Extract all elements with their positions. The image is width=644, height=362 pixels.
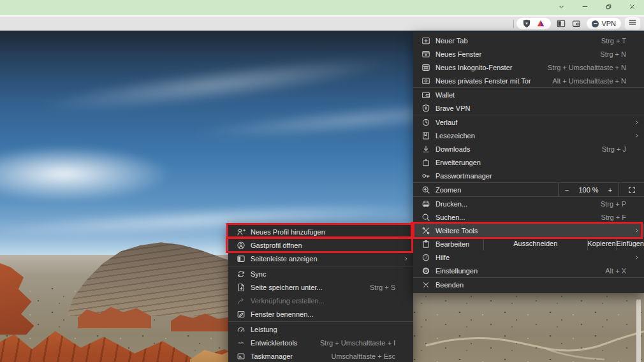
history-icon	[421, 118, 430, 127]
chevron-down-icon	[557, 2, 566, 13]
mesa-mountain	[67, 241, 230, 316]
menu-item-zoom[interactable]: Zoomen−100 %+	[413, 183, 644, 196]
zoom-out-button[interactable]: −	[559, 186, 575, 194]
submenu-arrow-icon	[634, 228, 640, 234]
menu-item-label: Wallet	[435, 91, 455, 99]
menu-item-rename[interactable]: Fenster benennen...	[228, 307, 413, 321]
maximize-button[interactable]	[597, 0, 620, 15]
close-icon	[628, 2, 636, 13]
menu-item-wallet[interactable]: Wallet	[413, 88, 644, 101]
menu-item-label: Fenster benennen...	[251, 310, 313, 318]
exit-icon	[421, 280, 430, 289]
menu-item-label: Drucken...	[435, 200, 467, 208]
extensions-icon	[421, 158, 430, 167]
minimize-icon	[581, 2, 589, 13]
menu-item-clipboard[interactable]: BearbeitenAusschneidenKopierenEinfügen	[413, 237, 644, 250]
scrollbar-strip	[636, 300, 641, 362]
menu-item-label: Passwortmanager	[435, 172, 492, 180]
edit-action-cut[interactable]: Ausschneiden	[483, 237, 587, 250]
menu-item-printer[interactable]: Drucken...Strg + P	[413, 197, 644, 210]
edit-action-paste[interactable]: Einfügen	[616, 237, 644, 250]
menu-item-vpn[interactable]: Brave VPN	[413, 101, 644, 115]
menu-item-new-tab[interactable]: Neuer TabStrg + T	[413, 34, 644, 47]
tools-icon	[421, 226, 430, 235]
menu-item-shortcut: Strg + S	[370, 284, 413, 291]
menu-item-label: Sync	[251, 270, 266, 278]
menu-item-label: Downloads	[435, 145, 470, 153]
menu-item-new-window[interactable]: Neues FensterStrg + N	[413, 47, 644, 61]
close-button[interactable]	[620, 0, 644, 15]
menu-item-sidebar[interactable]: Seitenleiste anzeigen	[228, 252, 413, 265]
submenu-arrow-icon	[634, 133, 640, 139]
menu-button[interactable]	[625, 17, 640, 30]
menu-item-label: Einstellungen	[435, 267, 478, 275]
menu-item-label: Entwicklertools	[251, 339, 297, 347]
submenu-arrow-icon	[634, 254, 640, 261]
menu-item-shortcut: Umschalttaste + Esc	[331, 352, 413, 360]
brave-rewards-icon[interactable]	[536, 18, 546, 29]
zoom-icon	[421, 185, 430, 194]
settings-icon	[421, 266, 430, 275]
menu-item-shortcut: Strg + J	[602, 145, 644, 153]
menu-item-label: Verlauf	[435, 119, 457, 126]
rename-icon	[237, 310, 245, 319]
tab-search-button[interactable]	[550, 0, 573, 15]
menu-item-label: Neues Fenster	[435, 50, 481, 58]
menu-item-shortcut: Strg + T	[601, 37, 644, 45]
guest-profile-icon	[237, 241, 245, 250]
menu-item-key[interactable]: Passwortmanager	[413, 169, 644, 182]
menu-item-incognito[interactable]: Neues Inkognito-FensterStrg + Umschaltta…	[413, 61, 644, 74]
menu-item-shortcut: Alt + X	[605, 267, 644, 275]
menu-item-bookmarks[interactable]: Lesezeichen	[413, 129, 644, 142]
new-window-icon	[421, 50, 430, 59]
menu-item-guest-profile[interactable]: Gastprofil öffnen	[228, 238, 413, 252]
key-icon	[421, 171, 430, 180]
menu-item-settings[interactable]: EinstellungenAlt + X	[413, 264, 644, 277]
menu-item-extensions[interactable]: Erweiterungen	[413, 156, 644, 169]
browser-main-menu: Neuer TabStrg + TNeues FensterStrg + NNe…	[413, 32, 644, 293]
menu-item-taskmanager[interactable]: TaskmanagerUmschalttaste + Esc	[228, 349, 413, 362]
fullscreen-button[interactable]	[619, 186, 644, 194]
menu-item-search[interactable]: Suchen...Strg + F	[413, 210, 644, 224]
menu-item-label: Hilfe	[435, 254, 450, 261]
minimize-button[interactable]	[573, 0, 597, 15]
menu-item-exit[interactable]: Beenden	[413, 278, 644, 291]
submenu-arrow-icon	[634, 119, 640, 126]
new-tab-icon	[421, 36, 430, 45]
menu-item-label: Verknüpfung erstellen...	[251, 297, 325, 305]
brave-shields-icon[interactable]	[522, 18, 532, 29]
menu-item-help[interactable]: Hilfe	[413, 250, 644, 264]
menu-item-label: Neuer Tab	[435, 37, 468, 45]
menu-item-devtools[interactable]: EntwicklertoolsStrg + Umschalttaste + I	[228, 336, 413, 349]
toolbar: VPN	[0, 15, 644, 31]
vpn-button[interactable]: VPN	[587, 18, 621, 29]
menu-item-save-page[interactable]: Seite speichern unter...Strg + S	[228, 280, 413, 294]
edit-action-copy[interactable]: Kopieren	[587, 237, 616, 250]
menu-item-label: Neues privates Fenster mit Tor	[435, 77, 531, 85]
menu-item-label: Leistung	[251, 326, 277, 333]
submenu-arrow-icon	[403, 256, 409, 262]
menu-item-add-profile[interactable]: Neues Profil hinzufügen	[228, 225, 413, 238]
menu-item-shortcut: Strg + F	[601, 214, 644, 221]
menu-item-label: Erweiterungen	[435, 159, 481, 166]
tor-window-icon	[421, 76, 430, 85]
menu-item-performance[interactable]: Leistung	[228, 322, 413, 336]
menu-item-label: Taskmanager	[251, 352, 293, 360]
wallet-icon[interactable]	[571, 18, 582, 29]
menu-item-label: Seite speichern unter...	[251, 284, 323, 291]
menu-item-shortcut: Strg + Umschalttaste + N	[548, 64, 644, 71]
search-icon	[421, 213, 430, 222]
performance-icon	[237, 325, 245, 334]
menu-item-label: Brave VPN	[435, 105, 470, 112]
menu-item-sync[interactable]: Sync	[228, 267, 413, 280]
zoom-in-button[interactable]: +	[602, 186, 618, 194]
menu-item-history[interactable]: Verlauf	[413, 115, 644, 129]
sidebar-icon	[237, 254, 245, 263]
sync-icon	[237, 270, 245, 279]
sidebar-panel-icon[interactable]	[556, 18, 566, 29]
menu-item-tools[interactable]: Weitere Tools	[413, 224, 644, 237]
menu-separator	[228, 321, 413, 322]
menu-item-shortcut: Alt + Umschalttaste + N	[552, 77, 644, 85]
menu-item-tor-window[interactable]: Neues privates Fenster mit TorAlt + Umsc…	[413, 74, 644, 87]
menu-item-download[interactable]: DownloadsStrg + J	[413, 142, 644, 156]
